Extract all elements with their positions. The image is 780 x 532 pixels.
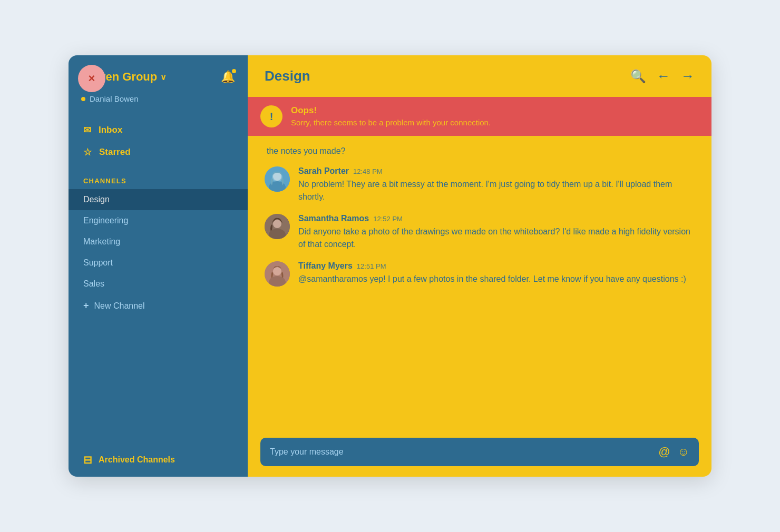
archived-label: Archived Channels — [99, 455, 175, 465]
svg-point-5 — [273, 220, 281, 228]
sender-sarah: Sarah Porter — [298, 166, 349, 176]
message-content-sarah: Sarah Porter 12:48 PM No problem! They a… — [298, 166, 695, 203]
channel-marketing-label: Marketing — [83, 237, 120, 247]
sidebar-item-starred[interactable]: ☆ Starred — [69, 141, 248, 163]
partial-message: the notes you made? — [265, 144, 695, 156]
bell-dot — [232, 69, 236, 73]
error-description: Sorry, there seems to be a problem with … — [291, 118, 491, 127]
channel-design-label: Design — [83, 195, 110, 204]
username-label: Danial Bowen — [90, 94, 139, 103]
avatar-tiffany — [265, 261, 290, 287]
sarah-avatar-img — [265, 166, 290, 192]
user-status: Danial Bowen — [69, 94, 248, 114]
emoji-icon[interactable]: ☺ — [678, 445, 689, 459]
sidebar: Bowen Group ∨ 🔔 Danial Bowen ✉ Inbox — [69, 55, 248, 477]
message-content-samantha: Samantha Ramos 12:52 PM Did anyone take … — [298, 214, 695, 251]
chat-area: Design 🔍 ← → ! Oops! Sorry, there seems … — [248, 55, 711, 477]
channel-sales-label: Sales — [83, 279, 104, 289]
search-icon[interactable]: 🔍 — [630, 69, 646, 84]
workspace-chevron: ∨ — [160, 72, 167, 82]
message-tiffany: Tiffany Myers 12:51 PM @samantharamos ye… — [265, 261, 695, 287]
plus-icon: + — [83, 300, 89, 311]
message-header-tiffany: Tiffany Myers 12:51 PM — [298, 261, 695, 271]
samantha-avatar-img — [265, 214, 290, 239]
sender-samantha: Samantha Ramos — [298, 214, 369, 223]
message-input-container: @ ☺ — [260, 438, 699, 466]
error-title: Oops! — [291, 105, 491, 116]
new-channel-button[interactable]: + New Channel — [69, 294, 248, 317]
archive-icon: ⊟ — [83, 454, 92, 466]
error-banner: ! Oops! Sorry, there seems to be a probl… — [248, 97, 711, 136]
error-icon: ! — [260, 105, 282, 127]
message-input-area: @ ☺ — [248, 429, 711, 477]
time-sarah: 12:48 PM — [353, 168, 383, 175]
avatar-sarah — [265, 166, 290, 192]
starred-label: Starred — [99, 147, 131, 157]
channels-section-label: CHANNELS — [69, 169, 248, 189]
new-channel-label: New Channel — [94, 301, 145, 311]
messages-area: the notes you made? — [248, 136, 711, 429]
channel-item-design[interactable]: Design — [69, 189, 248, 210]
message-content-tiffany: Tiffany Myers 12:51 PM @samantharamos ye… — [298, 261, 695, 285]
channel-title: Design — [265, 68, 310, 84]
notification-bell[interactable]: 🔔 — [221, 70, 235, 84]
channel-item-marketing[interactable]: Marketing — [69, 231, 248, 252]
inbox-icon: ✉ — [83, 124, 91, 136]
input-icons: @ ☺ — [658, 445, 689, 459]
message-input[interactable] — [270, 447, 658, 457]
back-icon[interactable]: ← — [657, 68, 670, 84]
message-samantha: Samantha Ramos 12:52 PM Did anyone take … — [265, 214, 695, 251]
time-tiffany: 12:51 PM — [357, 262, 386, 270]
app-window: Bowen Group ∨ 🔔 Danial Bowen ✉ Inbox — [69, 55, 711, 477]
text-tiffany: @samantharamos yep! I put a few photos i… — [298, 273, 695, 285]
sender-tiffany: Tiffany Myers — [298, 261, 353, 271]
online-indicator — [81, 97, 85, 101]
forward-icon[interactable]: → — [681, 68, 695, 84]
error-text: Oops! Sorry, there seems to be a problem… — [291, 105, 491, 127]
mention-icon[interactable]: @ — [658, 445, 670, 459]
message-header-sarah: Sarah Porter 12:48 PM — [298, 166, 695, 176]
text-sarah: No problem! They are a bit messy at the … — [298, 178, 695, 203]
channel-item-engineering[interactable]: Engineering — [69, 210, 248, 231]
text-samantha: Did anyone take a photo of the drawings … — [298, 225, 695, 251]
header-actions: 🔍 ← → — [630, 68, 695, 84]
channel-support-label: Support — [83, 258, 113, 268]
avatar-samantha — [265, 214, 290, 239]
nav-section: ✉ Inbox ☆ Starred — [69, 114, 248, 169]
time-samantha: 12:52 PM — [373, 215, 403, 223]
tiffany-avatar-img — [265, 261, 290, 287]
inbox-label: Inbox — [99, 125, 122, 135]
star-icon: ☆ — [83, 146, 92, 158]
message-sarah: Sarah Porter 12:48 PM No problem! They a… — [265, 166, 695, 203]
chat-header: Design 🔍 ← → — [248, 55, 711, 97]
channel-item-support[interactable]: Support — [69, 252, 248, 273]
channel-item-sales[interactable]: Sales — [69, 273, 248, 294]
svg-point-8 — [273, 267, 281, 275]
sidebar-item-inbox[interactable]: ✉ Inbox — [69, 119, 248, 141]
archived-channels-button[interactable]: ⊟ Archived Channels — [69, 443, 248, 477]
message-header-samantha: Samantha Ramos 12:52 PM — [298, 214, 695, 223]
close-button[interactable]: × — [78, 65, 105, 92]
channel-engineering-label: Engineering — [83, 216, 128, 225]
